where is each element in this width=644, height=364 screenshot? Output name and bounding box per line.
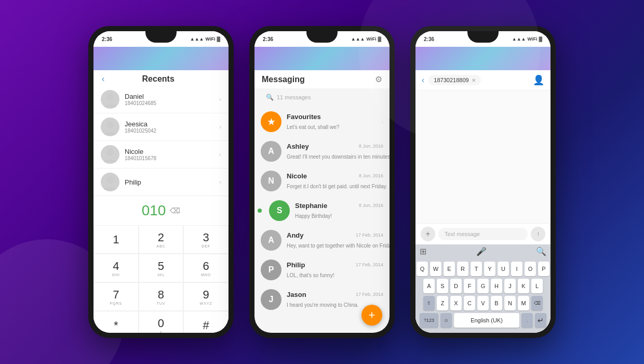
contact-info-philip: Philip [125,178,219,186]
key-n[interactable]: N [504,296,516,310]
keyboard-grid-icon[interactable]: ⊞ [420,246,426,256]
notch-3 [467,31,499,43]
key-period[interactable]: . [521,313,533,328]
key-emoji[interactable]: ☺ [440,313,452,328]
chat-text-input[interactable]: Text message [438,228,528,240]
msg-name-philip: Philip [287,261,305,269]
key-5[interactable]: 5JKL [139,254,184,282]
chevron-daniel: › [219,96,221,103]
contact-number-daniel: 18401024685 [125,100,219,106]
key-b[interactable]: B [491,296,502,310]
settings-icon[interactable]: ⚙ [375,74,382,84]
key-3[interactable]: 3DEF [183,225,229,254]
chat-area [415,90,551,223]
notch [145,31,177,43]
key-e[interactable]: E [444,262,455,276]
key-k[interactable]: K [518,279,529,293]
chat-send-button[interactable]: ↑ [531,227,545,241]
back-arrow-1[interactable]: ‹ [102,74,104,84]
message-search[interactable]: 🔍 11 messages [260,90,384,104]
key-star[interactable]: * [93,311,139,333]
key-q[interactable]: Q [417,262,428,276]
key-o[interactable]: O [525,262,536,276]
msg-date-jason: 17 Feb, 2014 [356,292,383,297]
contact-item-daniel[interactable]: Daniel 18401024685 › [93,86,229,113]
phone-dialer: 2:36 ▲▲▲ WiFi ▓ ‹ Recents Daniel 1840102… [88,26,234,338]
contact-item-nicole[interactable]: Nicole 18401015678 › [93,141,229,168]
key-l[interactable]: L [531,279,543,293]
keyboard-row-1: Q W E R T Y U I O P [419,262,547,276]
message-list: ★ Favourites Let's eat out, shall we? › … [254,107,390,333]
key-j[interactable]: J [504,279,516,293]
contact-item-philip[interactable]: Philip › [93,168,229,196]
msg-content-stephanie: Stephanie 8 Jun, 2016 Happy Birthday! [295,202,383,220]
msg-item-favourites[interactable]: ★ Favourites Let's eat out, shall we? › [254,107,390,137]
key-num[interactable]: ?123 [420,313,438,328]
msg-item-nicole[interactable]: N Nicole 8 Jun, 2016 Forget it.I don't b… [254,166,390,196]
key-i[interactable]: I [511,262,522,276]
delete-button[interactable]: ⌫ [170,206,180,215]
key-r[interactable]: R [457,262,468,276]
keyboard-mic-icon[interactable]: 🎤 [476,246,487,256]
msg-item-stephanie[interactable]: S Stephanie 8 Jun, 2016 Happy Birthday! [254,196,390,226]
key-m[interactable]: M [518,296,529,310]
key-g[interactable]: G [477,279,489,293]
key-c[interactable]: C [464,296,475,310]
key-9[interactable]: 9WXYZ [183,282,229,311]
msg-item-andy[interactable]: A Andy 17 Feb, 2014 Hey, want to get tog… [254,226,390,255]
msg-item-ashley[interactable]: A Ashley 8 Jun, 2016 Great! I'll meet yo… [254,137,390,166]
contact-item-jeesica[interactable]: Jeesica 18401025042 › [93,113,229,141]
signal-icon: ▲▲▲ [190,36,204,42]
msg-preview-stephanie: Happy Birthday! [295,213,332,219]
contact-name-philip: Philip [125,178,219,186]
notch-2 [306,31,338,43]
key-h[interactable]: H [491,279,502,293]
contact-avatar-philip [101,173,119,191]
wifi-icon: WiFi [206,36,216,42]
chat-back-button[interactable]: ‹ [422,75,424,85]
contact-number-jeesica: 18401025042 [125,128,219,134]
key-a[interactable]: A [423,279,435,293]
key-8[interactable]: 8TUV [139,282,184,311]
avatar-jason: J [261,289,281,310]
key-hash[interactable]: # [183,311,229,333]
key-0[interactable]: 0+ [139,311,184,333]
key-d[interactable]: D [450,279,462,293]
signal-icon-2: ▲▲▲ [351,36,365,42]
key-w[interactable]: W [430,262,441,276]
wave-header-3 [415,47,551,70]
msg-item-philip[interactable]: P Philip 17 Feb, 2014 LOL, that's so fun… [254,255,390,285]
chevron-nicole: › [219,151,221,158]
key-t[interactable]: T [471,262,482,276]
key-4[interactable]: 4GHI [93,254,139,282]
contact-profile-icon[interactable]: 👤 [533,74,544,86]
contact-info-nicole: Nicole 18401015678 [125,148,219,161]
chat-add-button[interactable]: + [421,227,435,241]
msg-content-favourites: Favourites Let's eat out, shall we? [287,113,379,131]
key-7[interactable]: 7PQRS [93,282,139,311]
key-f[interactable]: F [464,279,475,293]
status-time-1: 2:36 [102,36,112,42]
key-backspace[interactable]: ⌫ [531,296,543,310]
key-shift[interactable]: ⇧ [423,296,435,310]
key-1[interactable]: 1 [93,225,139,254]
badge-close-icon[interactable]: ✕ [472,77,476,83]
key-v[interactable]: V [477,296,489,310]
key-y[interactable]: Y [484,262,495,276]
key-s[interactable]: S [437,279,448,293]
keyboard-row-3: ⇧ Z X C V B N M ⌫ [419,296,547,310]
key-p[interactable]: P [538,262,549,276]
compose-fab[interactable]: + [361,305,382,326]
wave-header-2 [254,47,390,70]
dialpad-number-display: 010 ⌫ [93,196,229,225]
key-z[interactable]: Z [437,296,448,310]
key-6[interactable]: 6MNO [183,254,229,282]
key-x[interactable]: X [450,296,462,310]
contact-name-daniel: Daniel [125,93,219,100]
status-icons-2: ▲▲▲ WiFi ▓ [351,36,381,42]
key-u[interactable]: U [498,262,509,276]
key-space[interactable]: English (UK) [454,313,519,328]
key-2[interactable]: 2ABC [139,225,184,254]
keyboard-search-icon[interactable]: 🔍 [536,246,546,256]
key-enter[interactable]: ↵ [535,313,546,328]
